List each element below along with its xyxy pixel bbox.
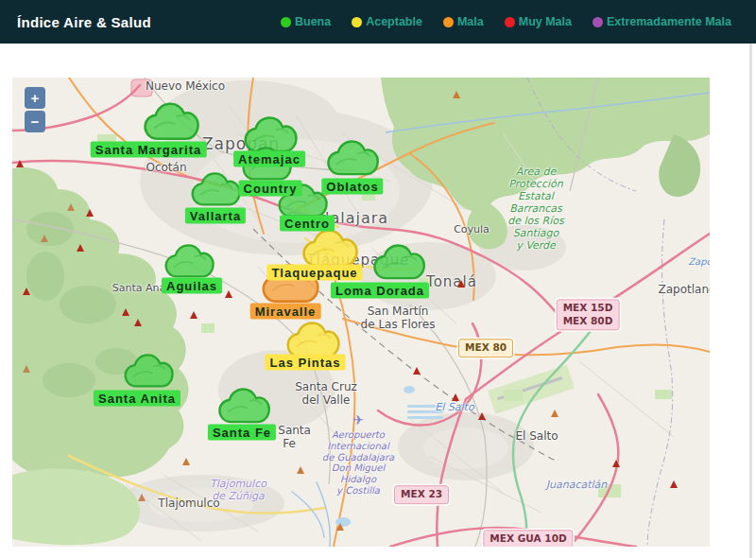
map-place-label: Santa Ana — [112, 283, 165, 295]
legend-label: Mala — [457, 15, 484, 28]
station-label[interactable]: Santa Anita — [94, 391, 180, 407]
peak-icon — [16, 160, 24, 167]
peak-icon — [478, 412, 486, 420]
road-shield: MEX 80 — [458, 339, 513, 357]
peak-icon — [336, 523, 344, 531]
peak-icon — [23, 365, 30, 373]
peak-icon — [122, 308, 129, 316]
peak-icon — [134, 319, 142, 326]
airport-icon: ✈ — [352, 412, 364, 427]
station-label[interactable]: Centro — [280, 216, 335, 232]
station-label[interactable]: Oblatos — [321, 179, 383, 195]
peak-icon — [67, 203, 75, 211]
peak-icon — [453, 91, 460, 98]
legend-label: Buena — [295, 15, 331, 28]
map-place-label: Zapotlane — [659, 283, 710, 296]
legend-item: Aceptable — [352, 15, 422, 28]
station-cloud-icon[interactable] — [326, 139, 381, 183]
legend-dot-icon — [352, 17, 362, 27]
legend-label: Muy Mala — [519, 15, 572, 28]
station-label[interactable]: Santa Margarita — [91, 142, 207, 158]
map-place-label: Santa Cruzdel Valle — [295, 380, 357, 407]
peak-icon — [413, 367, 421, 375]
legend-item: Mala — [443, 15, 484, 28]
map-place-label: Zapo — [688, 256, 710, 268]
road-shield: MEX 15DMEX 80D — [557, 299, 620, 330]
peak-icon — [138, 494, 146, 501]
station-label[interactable]: Tlaquepaque — [266, 265, 362, 281]
station-cloud-icon[interactable] — [372, 243, 427, 287]
peak-icon — [612, 460, 620, 467]
legend-item: Extremadamente Mala — [593, 15, 731, 28]
map-place-label: AeropuertoInternacionalde GuadalajaraDon… — [322, 429, 394, 497]
map-place-label: Juanacatlán — [546, 480, 608, 492]
station-cloud-icon[interactable] — [190, 171, 243, 213]
air-quality-legend: BuenaAceptableMalaMuy MalaExtremadamente… — [281, 15, 731, 28]
station-cloud-icon[interactable] — [123, 353, 176, 394]
road-shield: MEX GUA 10D — [483, 530, 573, 547]
peak-icon — [297, 466, 304, 474]
zoom-in-button[interactable]: + — [25, 87, 45, 109]
map-place-label: El Salto — [435, 402, 473, 414]
legend-dot-icon — [443, 17, 454, 27]
zoom-out-button[interactable]: − — [25, 111, 45, 132]
map-place-label: Área deProtecciónEstatalBarrancasde los … — [507, 166, 563, 253]
station-label[interactable]: Country — [239, 181, 302, 197]
legend-dot-icon — [281, 17, 291, 27]
peak-icon — [23, 288, 30, 295]
station-label[interactable]: Vallarta — [185, 208, 246, 224]
legend-dot-icon — [593, 17, 603, 27]
scrollbar[interactable] — [749, 44, 752, 558]
map-place-label: Tlajomulcode Zúñiga — [210, 479, 266, 503]
peak-icon — [41, 235, 48, 242]
peak-icon — [182, 458, 190, 465]
peak-icon — [225, 290, 232, 298]
legend-dot-icon — [505, 17, 515, 27]
header: Índice Aire & Salud BuenaAceptableMalaMu… — [0, 0, 756, 44]
peak-icon — [551, 410, 558, 417]
map-layers: Nuevo MéxicoZapopanOcotánGuadalajaraTlaq… — [12, 78, 710, 547]
station-label[interactable]: Aguilas — [162, 278, 222, 294]
map-place-label: El Salto — [515, 429, 558, 443]
legend-item: Muy Mala — [505, 15, 572, 28]
map-place-label: Tonalá — [426, 274, 477, 291]
map-place-label: Ocotán — [146, 161, 186, 174]
station-label[interactable]: Atemajac — [233, 151, 305, 167]
road-shield: MEX 23 — [394, 485, 449, 504]
air-quality-app: Índice Aire & Salud BuenaAceptableMalaMu… — [0, 0, 756, 558]
peak-icon — [77, 244, 84, 252]
app-title: Índice Aire & Salud — [17, 14, 151, 30]
station-label[interactable]: Miravalle — [250, 304, 321, 320]
station-label[interactable]: Santa Fe — [208, 425, 276, 441]
map[interactable]: Nuevo MéxicoZapopanOcotánGuadalajaraTlaq… — [12, 78, 710, 547]
peak-icon — [670, 480, 678, 488]
map-place-label: San Martínde Las Flores — [361, 305, 436, 331]
station-label[interactable]: Loma Dorada — [331, 283, 429, 299]
station-label[interactable]: Las Pintas — [265, 355, 345, 371]
peak-icon — [86, 209, 94, 217]
legend-label: Extremadamente Mala — [607, 15, 731, 28]
peak-icon — [190, 311, 198, 319]
station-cloud-icon[interactable] — [143, 101, 201, 148]
peak-icon — [452, 393, 459, 401]
zoom-control: + − — [25, 87, 45, 132]
peak-icon — [457, 280, 465, 288]
legend-label: Aceptable — [366, 15, 422, 28]
map-place-label: Nuevo México — [146, 79, 225, 93]
map-place-label: Coyula — [454, 224, 490, 236]
legend-item: Buena — [281, 15, 331, 28]
